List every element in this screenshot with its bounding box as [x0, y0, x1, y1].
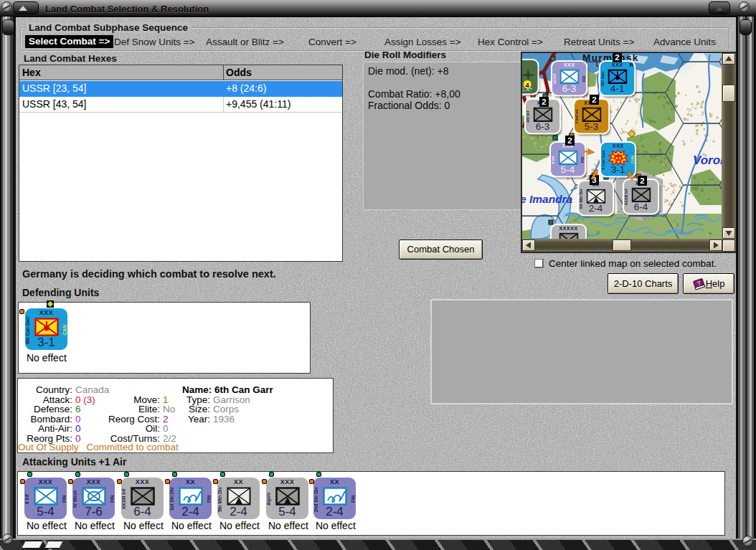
svg-text:Voron: Voron	[693, 153, 722, 167]
svg-text:e Imandra: e Imandra	[522, 193, 573, 205]
